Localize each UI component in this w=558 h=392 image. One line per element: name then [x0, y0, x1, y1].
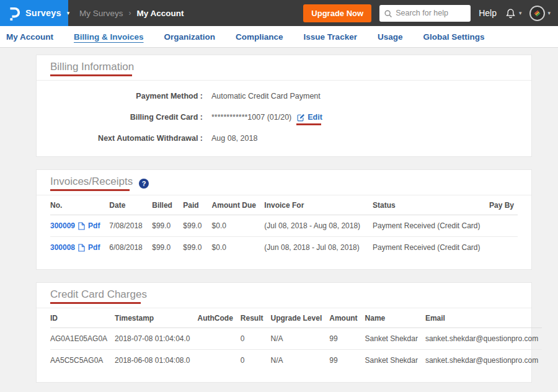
next-withdrawal-value: Aug 08, 2018: [211, 134, 257, 143]
section-title: Invoices/Receipts: [50, 176, 133, 187]
search-input[interactable]: [379, 5, 471, 22]
col-invoice-for: Invoice For: [260, 195, 369, 215]
charges-table-wrap: ID Timestamp AuthCode Result Upgrade Lev…: [37, 308, 531, 382]
billing-credit-card-label: Billing Credit Card :: [50, 113, 203, 122]
annotation-underline: [50, 302, 141, 304]
cell-authcode: [194, 350, 237, 372]
payment-method-value: Automatic Credit Card Payment: [211, 92, 321, 100]
tab-global-settings[interactable]: Global Settings: [423, 32, 484, 42]
col-email: Email: [422, 308, 542, 328]
pdf-file-icon[interactable]: [78, 222, 85, 230]
cell-paid: $99.0: [179, 215, 208, 237]
cell-result: 0: [237, 350, 267, 372]
next-withdrawal-label: Next Automatic Withdrawal :: [50, 134, 203, 143]
edit-link[interactable]: Edit: [308, 113, 322, 122]
cell-id: AA5C5C5AG0A: [50, 350, 111, 372]
account-nav: My Account Billing & Invoices Organizati…: [0, 26, 558, 48]
upgrade-now-button[interactable]: Upgrade Now: [303, 4, 371, 22]
col-id: ID: [50, 308, 111, 328]
col-amount-due: Amount Due: [208, 195, 261, 215]
invoice-number-link[interactable]: 300009: [50, 221, 75, 230]
next-withdrawal-row: Next Automatic Withdrawal : Aug 08, 2018: [50, 128, 518, 149]
help-icon[interactable]: ?: [139, 179, 149, 189]
cell-billed: $99.0: [148, 215, 179, 237]
breadcrumb-parent[interactable]: My Surveys: [79, 9, 123, 18]
breadcrumb-separator: ›: [129, 9, 131, 17]
charges-header-row: ID Timestamp AuthCode Result Upgrade Lev…: [50, 308, 542, 328]
top-bar: Surveys ▾ My Surveys › My Account Upgrad…: [0, 0, 558, 26]
col-no: No.: [50, 195, 105, 215]
cell-amount: 99: [326, 328, 361, 350]
charges-table: ID Timestamp AuthCode Result Upgrade Lev…: [50, 308, 542, 371]
payment-method-row: Payment Method : Automatic Credit Card P…: [50, 86, 518, 107]
tab-my-account[interactable]: My Account: [6, 32, 53, 42]
cell-name: Sanket Shekdar: [361, 350, 422, 372]
col-upgrade-level: Upgrade Level: [267, 308, 326, 328]
cell-billed: $99.0: [148, 237, 179, 259]
cell-email: sanket.shekdar@questionpro.com: [422, 328, 542, 350]
invoices-header-row: No. Date Billed Paid Amount Due Invoice …: [50, 195, 518, 215]
app-name: Surveys: [25, 8, 61, 18]
cell-email: sanket.shekdar@questionpro.com: [422, 350, 542, 372]
billing-information-card: Billing Information Payment Method : Aut…: [36, 55, 532, 157]
avatar-logo-icon: [533, 9, 541, 17]
cell-amount-due: $0.0: [208, 237, 261, 259]
account-menu[interactable]: ▾: [529, 6, 551, 21]
col-name: Name: [361, 308, 422, 328]
breadcrumb: My Surveys › My Account: [79, 9, 184, 18]
tab-compliance[interactable]: Compliance: [236, 32, 283, 42]
table-row: 300009 Pdf 7/08/2018 $99.0 $99.0 $0.0 (J…: [50, 215, 518, 237]
chevron-down-icon: ▾: [547, 11, 551, 16]
cell-timestamp: 2018-06-08 01:04:08.0: [111, 350, 193, 372]
search-icon: [384, 9, 392, 18]
questionpro-logo-icon: [8, 6, 20, 21]
cell-invoice-for: (Jul 08, 2018 - Aug 08, 2018): [260, 215, 369, 237]
tab-organization[interactable]: Organization: [164, 32, 216, 42]
product-switcher[interactable]: Surveys ▾: [0, 0, 68, 26]
section-title: Credit Card Charges: [50, 288, 147, 300]
breadcrumb-current: My Account: [137, 9, 184, 18]
billing-credit-card-row: Billing Credit Card : ************1007 (…: [50, 107, 518, 128]
cell-date: 7/08/2018: [105, 215, 148, 237]
avatar: [529, 6, 545, 21]
col-amount: Amount: [326, 308, 361, 328]
billing-credit-card-value: ************1007 (01/20): [211, 113, 291, 122]
tab-issue-tracker[interactable]: Issue Tracker: [304, 32, 357, 42]
credit-card-charges-card: Credit Card Charges ID Timestamp AuthCod…: [36, 282, 532, 383]
cell-authcode: [194, 328, 237, 350]
cell-name: Sanket Shekdar: [361, 328, 422, 350]
table-row: AG0A1E05AG0A 2018-07-08 01:04:04.0 0 N/A…: [50, 328, 542, 350]
pdf-link[interactable]: Pdf: [88, 243, 100, 252]
edit-card-action[interactable]: Edit: [297, 113, 322, 122]
invoices-receipts-header: Invoices/Receipts ?: [37, 170, 531, 195]
bell-icon: [505, 7, 516, 19]
billing-information-header: Billing Information: [37, 55, 531, 81]
col-result: Result: [237, 308, 267, 328]
annotation-underline: [50, 189, 130, 191]
col-billed: Billed: [148, 195, 179, 215]
billing-info-rows: Payment Method : Automatic Credit Card P…: [37, 81, 531, 156]
cell-paid: $99.0: [179, 237, 208, 259]
tab-usage[interactable]: Usage: [378, 32, 403, 42]
invoices-receipts-card: Invoices/Receipts ? No. Date Billed Paid: [36, 169, 532, 270]
col-pay-by: Pay By: [485, 195, 518, 215]
notifications-button[interactable]: ▾: [505, 7, 522, 19]
credit-card-charges-header: Credit Card Charges: [37, 283, 531, 308]
cell-upgrade-level: N/A: [267, 328, 326, 350]
cell-pay-by: [485, 237, 518, 259]
section-title: Billing Information: [50, 61, 134, 73]
col-status: Status: [369, 195, 485, 215]
pdf-file-icon[interactable]: [78, 244, 85, 252]
col-authcode: AuthCode: [194, 308, 237, 328]
cell-amount: 99: [326, 350, 361, 372]
annotation-underline: [50, 74, 132, 76]
pdf-link[interactable]: Pdf: [88, 221, 100, 230]
col-paid: Paid: [179, 195, 208, 215]
invoice-number-link[interactable]: 300008: [50, 243, 75, 252]
help-link[interactable]: Help: [479, 8, 497, 18]
tab-billing-invoices[interactable]: Billing & Invoices: [74, 32, 144, 42]
col-timestamp: Timestamp: [111, 308, 193, 328]
help-search: [379, 5, 471, 22]
table-row: 300008 Pdf 6/08/2018 $99.0 $99.0 $0.0 (J…: [50, 237, 518, 259]
invoices-table: No. Date Billed Paid Amount Due Invoice …: [50, 195, 518, 258]
